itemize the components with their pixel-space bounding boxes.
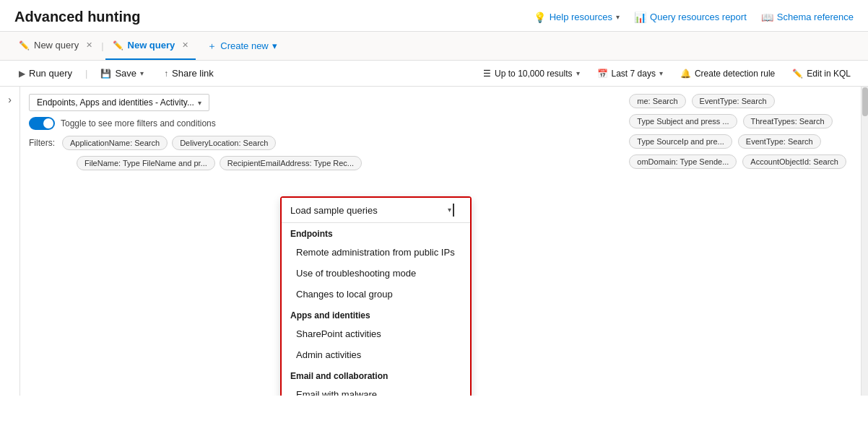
pencil-icon: ✏️ bbox=[792, 69, 803, 79]
right-chip-accountobjectid[interactable]: AccountObjectId: Search bbox=[742, 154, 846, 169]
filter-chip-appname[interactable]: ApplicationName: Search bbox=[62, 136, 168, 150]
right-filter-row-4: omDomain: Type Sende... AccountObjectId:… bbox=[629, 154, 846, 169]
dropdown-chevron-icon: ▾ bbox=[448, 204, 461, 217]
run-query-button[interactable]: ▶ Run query bbox=[12, 65, 79, 82]
section-label-email-collab: Email and collaboration bbox=[282, 365, 470, 384]
chart-icon: 📊 bbox=[634, 12, 646, 23]
filter-chip-deliverylocation[interactable]: DeliveryLocation: Search bbox=[172, 136, 276, 150]
results-limit-button[interactable]: ☰ Up to 10,000 results ▾ bbox=[477, 66, 585, 82]
right-filter-row-2: Type Subject and press ... ThreatTypes: … bbox=[629, 114, 846, 128]
dropdown-item-sharepoint[interactable]: SharePoint activities bbox=[282, 323, 470, 344]
edit-kql-button[interactable]: ✏️ Edit in KQL bbox=[786, 66, 856, 82]
scope-label: Endpoints, Apps and identities - Activit… bbox=[37, 97, 194, 108]
load-sample-queries-dropdown: Load sample queries ▾ Endpoints Remote a… bbox=[280, 196, 472, 396]
main-content: › Endpoints, Apps and identities - Activ… bbox=[0, 87, 868, 396]
calendar-icon: 📅 bbox=[597, 69, 608, 79]
lightbulb-icon: 💡 bbox=[534, 12, 546, 23]
right-chip-sourceip[interactable]: Type SourceIp and pre... bbox=[629, 134, 732, 149]
book-icon: 📖 bbox=[761, 12, 773, 23]
right-chip-eventtype-2[interactable]: EventType: Search bbox=[738, 134, 821, 149]
top-bar-actions: 💡 Help resources ▾ 📊 Query resources rep… bbox=[534, 12, 854, 23]
query-resources-link[interactable]: 📊 Query resources report bbox=[634, 12, 747, 23]
scope-dropdown[interactable]: Endpoints, Apps and identities - Activit… bbox=[29, 94, 209, 111]
save-chevron-icon: ▾ bbox=[140, 69, 144, 77]
share-link-button[interactable]: ↑ Share link bbox=[157, 65, 221, 82]
toggle-label: Toggle to see more filters and condition… bbox=[61, 118, 216, 128]
time-range-button[interactable]: 📅 Last 7 days ▾ bbox=[591, 66, 669, 82]
section-label-endpoints: Endpoints bbox=[282, 223, 470, 242]
help-resources-link[interactable]: 💡 Help resources ▾ bbox=[534, 12, 620, 23]
dropdown-item-email-malware[interactable]: Email with malware bbox=[282, 384, 470, 396]
plus-icon: ＋ bbox=[207, 40, 217, 53]
toggle-switch[interactable] bbox=[29, 117, 55, 130]
play-icon: ▶ bbox=[19, 69, 25, 79]
tab-separator: | bbox=[101, 40, 103, 51]
filter-icon: ☰ bbox=[483, 69, 491, 79]
top-bar: Advanced hunting 💡 Help resources ▾ 📊 Qu… bbox=[0, 0, 868, 32]
tab-label-1: New query bbox=[34, 40, 79, 51]
chevron-down-icon: ▾ bbox=[616, 13, 620, 21]
create-new-button[interactable]: ＋ Create new ▾ bbox=[201, 40, 282, 53]
tab-close-2[interactable]: ✕ bbox=[182, 40, 188, 50]
bell-icon: 🔔 bbox=[680, 69, 691, 79]
right-filter-row-3: Type SourceIp and pre... EventType: Sear… bbox=[629, 134, 846, 149]
schema-reference-link[interactable]: 📖 Schema reference bbox=[761, 12, 854, 23]
results-chevron-icon: ▾ bbox=[576, 69, 580, 77]
page-title: Advanced hunting bbox=[14, 9, 140, 25]
section-label-apps-identities: Apps and identities bbox=[282, 305, 470, 323]
tab-bar: ✏️ New query ✕ | ✏️ New query ✕ ＋ Create… bbox=[0, 32, 868, 61]
right-chip-eventtype-1[interactable]: EventType: Search bbox=[692, 94, 775, 108]
chevron-right-icon: › bbox=[8, 94, 12, 105]
toolbar: ▶ Run query | 💾 Save ▾ ↑ Share link ☰ Up… bbox=[0, 61, 868, 87]
dropdown-item-admin-activities[interactable]: Admin activities bbox=[282, 344, 470, 365]
share-icon: ↑ bbox=[164, 69, 168, 79]
toolbar-right: ☰ Up to 10,000 results ▾ 📅 Last 7 days ▾… bbox=[477, 66, 856, 82]
tab-close-1[interactable]: ✕ bbox=[86, 40, 92, 50]
chevron-create-icon: ▾ bbox=[272, 40, 277, 51]
dropdown-item-local-group[interactable]: Changes to local group bbox=[282, 284, 470, 305]
time-chevron-icon: ▾ bbox=[659, 69, 663, 77]
dropdown-item-remote-admin[interactable]: Remote administration from public IPs bbox=[282, 242, 470, 263]
right-filter-row-1: me: Search EventType: Search bbox=[629, 94, 846, 108]
right-filters-panel: me: Search EventType: Search Type Subjec… bbox=[629, 94, 846, 169]
edit-icon-1: ✏️ bbox=[19, 40, 30, 51]
tab-new-query-2[interactable]: ✏️ New query ✕ bbox=[105, 32, 196, 60]
tab-new-query-1[interactable]: ✏️ New query ✕ bbox=[12, 32, 100, 60]
dropdown-header[interactable]: Load sample queries ▾ bbox=[282, 198, 470, 223]
right-chip-senderdomain[interactable]: omDomain: Type Sende... bbox=[629, 154, 737, 169]
create-detection-rule-button[interactable]: 🔔 Create detection rule bbox=[674, 66, 781, 82]
filter-chip-recipient[interactable]: RecipientEmailAddress: Type Rec... bbox=[220, 156, 362, 170]
filters-label: Filters: bbox=[29, 138, 55, 148]
save-icon: 💾 bbox=[100, 69, 111, 79]
scrollbar-thumb bbox=[862, 87, 868, 116]
scope-chevron-icon: ▾ bbox=[198, 99, 201, 107]
save-button[interactable]: 💾 Save ▾ bbox=[93, 65, 151, 82]
filter-chip-filename[interactable]: FileName: Type FileName and pr... bbox=[77, 156, 215, 170]
tab-label-2: New query bbox=[128, 40, 175, 51]
toolbar-sep-1: | bbox=[85, 68, 87, 79]
dropdown-item-troubleshoot[interactable]: Use of troubleshooting mode bbox=[282, 263, 470, 284]
scrollbar[interactable] bbox=[861, 87, 868, 396]
query-area: Endpoints, Apps and identities - Activit… bbox=[20, 87, 861, 396]
sidebar-toggle[interactable]: › bbox=[0, 87, 20, 396]
edit-icon-2: ✏️ bbox=[113, 40, 123, 51]
right-chip-name-search[interactable]: me: Search bbox=[629, 94, 685, 108]
right-chip-threattypes[interactable]: ThreatTypes: Search bbox=[743, 114, 833, 128]
dropdown-title: Load sample queries bbox=[290, 205, 378, 216]
right-chip-subject[interactable]: Type Subject and press ... bbox=[629, 114, 737, 128]
